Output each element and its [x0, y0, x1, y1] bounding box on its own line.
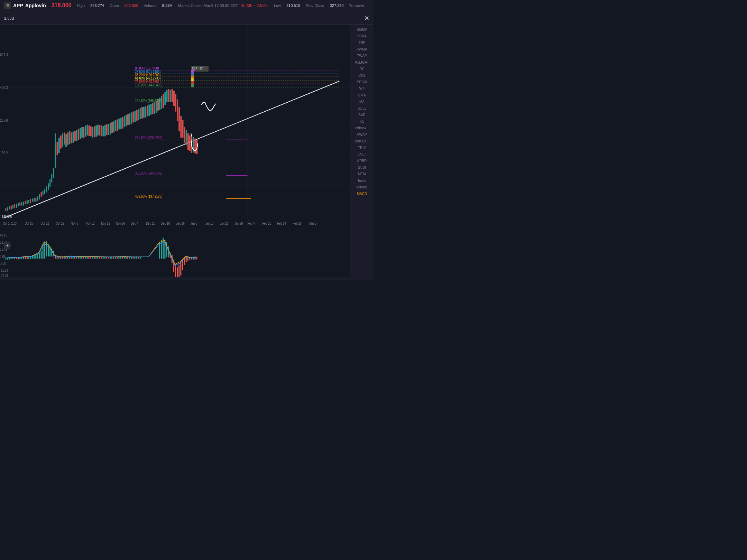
svg-rect-85	[102, 126, 104, 136]
svg-rect-60	[58, 138, 60, 153]
sidebar-item-ma[interactable]: MA	[350, 99, 374, 105]
svg-rect-122	[168, 89, 169, 102]
svg-text:-27.06: -27.06	[0, 274, 8, 277]
sidebar-item-mtm[interactable]: MTM	[350, 171, 374, 177]
timeframe-15m[interactable]: 15m	[173, 280, 187, 280]
sidebar-item-sar[interactable]: SAR	[350, 112, 374, 118]
close-button[interactable]: ✕	[364, 15, 369, 22]
svg-rect-63	[64, 132, 65, 144]
timeframe-3m[interactable]: 3m	[130, 280, 143, 280]
sidebar-item-vwma[interactable]: VWMA	[350, 46, 374, 52]
sidebar-item-volume[interactable]: Volume	[350, 184, 374, 190]
svg-rect-111	[148, 105, 150, 116]
sidebar-item-ema[interactable]: EMA	[350, 92, 374, 98]
sidebar-item-tomde[interactable]: Tom De...	[350, 138, 374, 144]
sidebar-item-arbr[interactable]: ARBR	[350, 158, 374, 164]
sidebar-item-twap[interactable]: TWAP	[350, 53, 374, 59]
stock-company: Applovin	[25, 3, 46, 8]
menu-icon[interactable]: ☰	[4, 2, 11, 9]
add-indicator-button[interactable]: +	[3, 242, 11, 249]
draw-button[interactable]: ✏️	[339, 280, 350, 280]
svg-rect-46	[35, 198, 36, 202]
svg-text:100.00% (443.6400): 100.00% (443.6400)	[135, 83, 162, 87]
svg-rect-251	[94, 257, 95, 259]
sidebar-item-cvlt[interactable]: CVLT	[350, 151, 374, 157]
price-change: -9.230	[241, 3, 252, 8]
svg-rect-129	[180, 116, 182, 138]
prev-close-label: Prev Close	[306, 3, 324, 8]
timeframe-10m[interactable]: 10m	[157, 280, 172, 280]
svg-rect-48	[39, 194, 40, 199]
svg-rect-103	[134, 111, 136, 122]
open-value: 323.000	[124, 3, 138, 8]
svg-text:627.4: 627.4	[0, 53, 8, 57]
svg-rect-29	[5, 208, 6, 211]
svg-rect-95	[120, 118, 122, 129]
svg-rect-59	[57, 142, 58, 155]
sidebar-item-lsma[interactable]: LSMA	[350, 33, 374, 39]
timeframe-daily[interactable]: Daily	[13, 280, 29, 280]
svg-text:165.2: 165.2	[0, 151, 8, 155]
timeframe-1m[interactable]: 1m	[117, 280, 130, 280]
svg-rect-34	[14, 204, 15, 208]
sidebar-item-macd[interactable]: MACD	[350, 191, 374, 197]
svg-rect-289	[178, 265, 179, 277]
timeframe-quarterly[interactable]: Quarterly	[73, 280, 97, 280]
chart-container[interactable]: 627.4 402.2 257.8 165.2 105	[0, 25, 350, 277]
svg-rect-166	[191, 81, 194, 84]
svg-rect-255	[101, 257, 102, 259]
svg-text:261.80% (320.4292): 261.80% (320.4292)	[135, 136, 162, 140]
chart-svg: 627.4 402.2 257.8 165.2 105	[0, 25, 350, 277]
sidebar-item-tower[interactable]: Tower	[350, 178, 374, 184]
svg-rect-108	[143, 107, 145, 118]
svg-rect-128	[178, 107, 180, 131]
sidebar-item-cks[interactable]: CKS	[350, 73, 374, 78]
svg-rect-88	[108, 124, 109, 135]
svg-rect-56	[53, 168, 54, 178]
sidebar-item-svsi[interactable]: SVSI	[350, 165, 374, 170]
svg-rect-76	[86, 124, 88, 135]
sidebar-item-ppsw[interactable]: PPSW	[350, 79, 374, 85]
market-status: Market Closed Mar 5 17:00:00 EDT -9.230 …	[178, 3, 268, 8]
sidebar-item-boll[interactable]: BOLL	[350, 105, 374, 111]
sidebar-item-vwap[interactable]: VWAP	[350, 132, 374, 138]
timeframe-30m[interactable]: 30m	[188, 280, 203, 280]
svg-rect-162	[191, 70, 194, 73]
svg-text:Oct 29: Oct 29	[56, 222, 64, 225]
svg-rect-278	[159, 242, 160, 259]
screenshot-button[interactable]: 📷	[326, 280, 338, 280]
svg-rect-109	[145, 106, 146, 118]
svg-text:Dec 4: Dec 4	[131, 222, 138, 225]
timeframe-monthly[interactable]: Monthly	[51, 280, 73, 280]
svg-rect-137	[194, 139, 196, 153]
sidebar-item-dc[interactable]: DC	[350, 66, 374, 72]
sidebar-item-wf[interactable]: WF	[350, 86, 374, 92]
svg-rect-31	[9, 206, 10, 209]
volume-label: Volume	[144, 3, 157, 8]
timeframe-yearly[interactable]: Yearly	[98, 280, 116, 280]
svg-rect-98	[126, 115, 127, 127]
svg-rect-91	[113, 121, 114, 132]
svg-text:Jan 28: Jan 28	[234, 222, 243, 225]
sidebar-item-gmma[interactable]: GMMA	[350, 27, 374, 32]
sidebar-item-trix[interactable]: TRIX	[350, 145, 374, 151]
svg-rect-217	[34, 255, 35, 259]
grid-button[interactable]: ⊞	[361, 280, 371, 280]
svg-rect-110	[147, 105, 148, 116]
timeframe-weekly[interactable]: Weekly	[30, 280, 50, 280]
timeframe-5m[interactable]: 5m	[144, 280, 156, 280]
timeframe-4h[interactable]: 4h ▾	[204, 280, 219, 280]
svg-rect-71	[78, 129, 79, 140]
svg-text:Jan 13: Jan 13	[205, 222, 214, 225]
sidebar-item-tsf[interactable]: TSF	[350, 40, 374, 46]
sidebar-item-ichimok[interactable]: Ichimok...	[350, 125, 374, 131]
svg-rect-164	[191, 75, 194, 78]
svg-rect-235	[65, 257, 66, 259]
indicators-button[interactable]: ⊞	[351, 280, 360, 280]
sidebar-item-kc[interactable]: KC	[350, 119, 374, 124]
sidebar-toggle-button[interactable]: ⊞	[3, 280, 12, 280]
svg-rect-290	[180, 262, 181, 276]
svg-rect-127	[177, 99, 178, 121]
svg-text:Oct 22: Oct 22	[41, 222, 49, 225]
sidebar-item-alligat[interactable]: ALLIGAT	[350, 59, 374, 65]
